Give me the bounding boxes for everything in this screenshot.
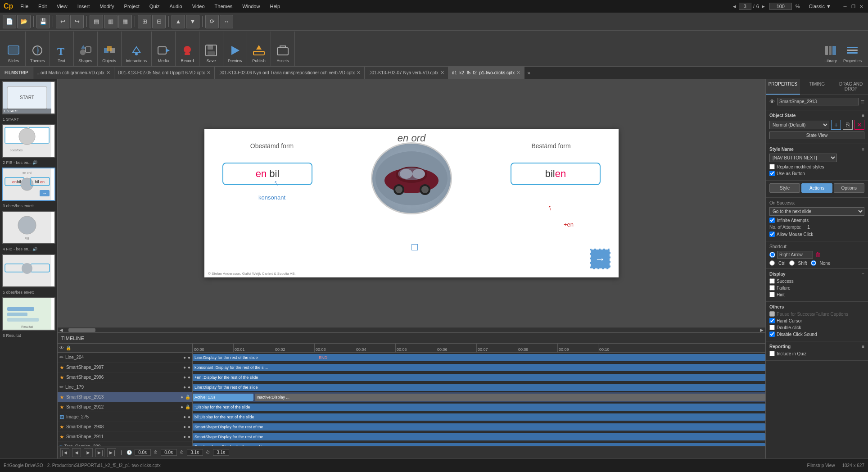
nav-arrow-btn[interactable]: → — [590, 249, 610, 269]
tab-3-close[interactable]: ✕ — [357, 70, 361, 76]
tl-row-SS2913[interactable]: ★ SmartShape_2913 ● 🔒 — [58, 392, 192, 402]
menu-audio[interactable]: Audio — [167, 3, 184, 10]
tl-row-SS2908[interactable]: ★ SmartShape_2908 ● ● — [58, 422, 192, 432]
next-slide-btn[interactable]: ► — [761, 4, 766, 9]
track-bar-9[interactable]: Bestämd form :Display for the rest of t.… — [193, 443, 765, 446]
disable-click-sound-checkbox[interactable] — [769, 331, 775, 337]
display-menu-icon[interactable]: ≡ — [862, 272, 864, 277]
menu-themes[interactable]: Themes — [213, 3, 235, 10]
menu-file[interactable]: File — [18, 3, 30, 10]
object-menu-icon[interactable]: ≡ — [861, 98, 864, 105]
shortcut-radio-key[interactable] — [769, 252, 775, 258]
on-success-select[interactable]: Go to the next slide — [769, 207, 864, 216]
use-as-button-checkbox[interactable] — [769, 171, 775, 176]
track-bar-5[interactable]: :Display for the rest of the slide — [193, 404, 765, 411]
tl-time2-input[interactable]: 0.0s — [161, 449, 177, 456]
tl-next-btn[interactable]: ►| — [95, 448, 104, 457]
filmstrip-slide-5[interactable] — [2, 254, 55, 287]
interactions-btn[interactable]: Interactions — [124, 42, 149, 64]
tab-2-close[interactable]: ✕ — [207, 70, 211, 76]
tl-play-btn[interactable]: ► — [84, 448, 93, 457]
add-state-btn[interactable]: + — [831, 120, 841, 130]
tl-go-end-btn[interactable]: ►| — [107, 448, 116, 457]
eye-visibility-icon[interactable]: 👁 — [769, 98, 775, 105]
tab-1-close[interactable]: ✕ — [106, 70, 110, 76]
style-name-select[interactable]: [NAV BUTTON NEXT] — [769, 154, 837, 162]
slide-number-input[interactable]: 3 — [739, 3, 751, 10]
media-btn[interactable]: Media — [154, 42, 172, 64]
publish-btn[interactable]: Publish — [250, 42, 268, 64]
tl-row-Image275[interactable]: 🖼 Image_275 ● ● — [58, 412, 192, 422]
assets-btn[interactable]: Assets — [274, 42, 292, 64]
properties-btn[interactable]: Properties — [841, 42, 863, 64]
ungroup-btn[interactable]: ⊟ — [152, 15, 166, 28]
track-bar-2[interactable]: +en :Display for the rest of the slide — [193, 374, 765, 381]
state-view-btn[interactable]: State View — [769, 132, 864, 139]
options-tab-btn[interactable]: Options — [834, 183, 864, 193]
ctrl-radio[interactable] — [769, 260, 775, 266]
scrollbar-thumb-h[interactable] — [68, 328, 95, 332]
save-quick-btn[interactable]: 💾 — [36, 15, 50, 28]
include-in-quiz-checkbox[interactable] — [769, 351, 775, 356]
object-state-menu-icon[interactable]: ≡ — [862, 113, 864, 118]
shortcut-delete-btn[interactable]: 🗑 — [815, 251, 821, 258]
panel-tab-dnd[interactable]: DRAG AND DROP — [834, 79, 868, 95]
group-btn[interactable]: ⊞ — [138, 15, 151, 28]
undo-btn[interactable]: ↩ — [56, 15, 69, 28]
align-right-btn[interactable]: ▦ — [118, 15, 132, 28]
new-btn[interactable]: 📄 — [3, 15, 16, 28]
slides-btn[interactable]: Slides — [5, 42, 23, 64]
preview-btn[interactable]: Preview — [226, 42, 244, 64]
tl-row-SS2912[interactable]: ★ SmartShape_2912 ● 🔒 — [58, 402, 192, 412]
tl-go-start-btn[interactable]: |◄ — [60, 448, 69, 457]
tl-time4-input[interactable]: 3.1s — [213, 449, 229, 456]
filmstrip-slide-4[interactable]: FIB — [2, 211, 55, 244]
tl-row-Line204[interactable]: ✏ Line_204 ● ● — [58, 353, 192, 363]
tab-5-close[interactable]: ✕ — [516, 70, 520, 76]
track-bar-4a[interactable]: Active: 1.5s — [193, 394, 253, 401]
rotate-btn[interactable]: ⟳ — [205, 15, 219, 28]
panel-tab-timing[interactable]: TIMING — [800, 79, 834, 95]
track-bar-8[interactable]: SmartShape:Display for the rest of the .… — [193, 433, 765, 440]
filmstrip-slide-6[interactable]: Resultat — [2, 297, 55, 331]
align-left-btn[interactable]: ▤ — [90, 15, 103, 28]
align-center-btn[interactable]: ▥ — [104, 15, 118, 28]
style-name-menu-icon[interactable]: ≡ — [862, 147, 864, 152]
success-checkbox[interactable] — [769, 278, 775, 284]
state-copy-btn[interactable]: ⎘ — [843, 120, 853, 130]
layer-down-btn[interactable]: ▼ — [186, 15, 199, 28]
save-btn[interactable]: Save — [202, 42, 220, 64]
pause-checkbox[interactable] — [769, 311, 775, 317]
infinite-attempts-checkbox[interactable] — [769, 218, 775, 223]
track-bar-7[interactable]: SmartShape:Display for the rest of the .… — [193, 423, 765, 431]
menu-modify[interactable]: Modify — [98, 3, 116, 10]
object-name-input[interactable]: SmartShape_2913 — [777, 98, 859, 105]
classic-label[interactable]: Classic ▼ — [809, 4, 831, 9]
objects-btn[interactable]: Objects — [100, 42, 118, 64]
tl-time1-input[interactable]: 0.0s — [135, 449, 151, 456]
redo-btn[interactable]: ↪ — [70, 15, 84, 28]
canvas-scrollbar-h[interactable]: ◄ ► — [58, 327, 765, 332]
prev-slide-btn[interactable]: ◄ — [732, 4, 737, 9]
menu-quiz[interactable]: Quiz — [148, 3, 162, 10]
tl-row-Line179[interactable]: ✏ Line_179 ● ● — [58, 382, 192, 392]
state-select[interactable]: Normal (Default) — [769, 121, 829, 129]
tl-row-SS2911[interactable]: ★ SmartShape_2911 ● ● — [58, 432, 192, 442]
filmstrip-toggle[interactable]: FILMSTRIP — [0, 67, 33, 79]
filmstrip-slide-2[interactable]: obes/bes — [2, 124, 55, 158]
restore-btn[interactable]: ❐ — [850, 3, 856, 9]
actions-tab-btn[interactable]: Actions — [801, 183, 832, 193]
tl-time3-input[interactable]: 3.1s — [187, 449, 203, 456]
style-tab-btn[interactable]: Style — [769, 183, 800, 193]
double-click-checkbox[interactable] — [769, 325, 775, 330]
menu-insert[interactable]: Insert — [76, 3, 92, 10]
tab-5-active[interactable]: d1_k2_f5_f2_p1-two-clicks.cptx ✕ — [448, 67, 525, 79]
track-bar-6[interactable]: bil:Display for the rest of the slide — [193, 413, 765, 421]
allow-mouse-click-checkbox[interactable] — [769, 231, 775, 237]
none-radio[interactable] — [811, 260, 816, 266]
shapes-btn[interactable]: Shapes — [77, 42, 95, 64]
tl-row-SS2996[interactable]: ★ SmartShape_2996 ● ● — [58, 372, 192, 382]
zoom-input[interactable]: 100 — [769, 3, 792, 10]
replace-modified-checkbox[interactable] — [769, 164, 775, 169]
track-bar-3[interactable]: Line:Display for the rest of the slide — [193, 384, 765, 391]
